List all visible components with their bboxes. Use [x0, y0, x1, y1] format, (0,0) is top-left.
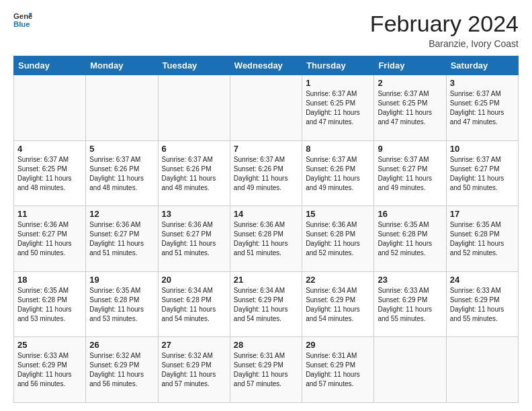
calendar-cell: 1Sunrise: 6:37 AM Sunset: 6:25 PM Daylig… — [302, 75, 374, 141]
calendar-cell: 29Sunrise: 6:31 AM Sunset: 6:29 PM Dayli… — [302, 337, 374, 403]
day-number: 10 — [450, 144, 515, 154]
calendar-cell: 19Sunrise: 6:35 AM Sunset: 6:28 PM Dayli… — [86, 271, 158, 337]
calendar-cell: 21Sunrise: 6:34 AM Sunset: 6:29 PM Dayli… — [230, 271, 302, 337]
calendar-week-row: 18Sunrise: 6:35 AM Sunset: 6:28 PM Dayli… — [14, 271, 519, 337]
calendar-cell — [374, 337, 446, 403]
calendar-header-row: SundayMondayTuesdayWednesdayThursdayFrid… — [14, 56, 519, 75]
day-number: 25 — [17, 340, 82, 350]
day-number: 28 — [234, 340, 298, 350]
day-number: 26 — [89, 340, 154, 350]
calendar-cell: 17Sunrise: 6:35 AM Sunset: 6:28 PM Dayli… — [446, 206, 518, 272]
day-number: 2 — [378, 78, 442, 88]
day-info: Sunrise: 6:37 AM Sunset: 6:26 PM Dayligh… — [162, 155, 226, 193]
day-info: Sunrise: 6:36 AM Sunset: 6:27 PM Dayligh… — [89, 220, 154, 258]
calendar-cell: 11Sunrise: 6:36 AM Sunset: 6:27 PM Dayli… — [14, 206, 86, 272]
day-info: Sunrise: 6:37 AM Sunset: 6:26 PM Dayligh… — [89, 155, 154, 193]
day-number: 16 — [378, 209, 442, 219]
page: General Blue February 2024 Baranzie, Ivo… — [0, 0, 532, 411]
calendar-cell: 14Sunrise: 6:36 AM Sunset: 6:28 PM Dayli… — [230, 206, 302, 272]
day-number: 11 — [17, 209, 82, 219]
day-number: 22 — [306, 275, 370, 285]
day-info: Sunrise: 6:36 AM Sunset: 6:27 PM Dayligh… — [17, 220, 82, 258]
day-info: Sunrise: 6:34 AM Sunset: 6:29 PM Dayligh… — [234, 286, 298, 324]
day-number: 20 — [162, 275, 226, 285]
day-info: Sunrise: 6:37 AM Sunset: 6:25 PM Dayligh… — [450, 89, 515, 127]
day-number: 1 — [306, 78, 370, 88]
day-header-wednesday: Wednesday — [230, 56, 302, 75]
calendar-cell: 16Sunrise: 6:35 AM Sunset: 6:28 PM Dayli… — [374, 206, 446, 272]
day-info: Sunrise: 6:37 AM Sunset: 6:26 PM Dayligh… — [234, 155, 298, 193]
calendar-cell: 15Sunrise: 6:36 AM Sunset: 6:28 PM Dayli… — [302, 206, 374, 272]
day-info: Sunrise: 6:35 AM Sunset: 6:28 PM Dayligh… — [378, 220, 442, 258]
calendar-cell: 4Sunrise: 6:37 AM Sunset: 6:25 PM Daylig… — [14, 140, 86, 206]
day-number: 4 — [17, 144, 82, 154]
calendar-cell — [446, 337, 518, 403]
calendar-cell: 25Sunrise: 6:33 AM Sunset: 6:29 PM Dayli… — [14, 337, 86, 403]
day-number: 18 — [17, 275, 82, 285]
svg-text:Blue: Blue — [13, 20, 30, 28]
day-info: Sunrise: 6:37 AM Sunset: 6:27 PM Dayligh… — [378, 155, 442, 193]
day-header-thursday: Thursday — [302, 56, 374, 75]
day-info: Sunrise: 6:37 AM Sunset: 6:26 PM Dayligh… — [306, 155, 370, 193]
day-info: Sunrise: 6:35 AM Sunset: 6:28 PM Dayligh… — [450, 220, 515, 258]
calendar-cell: 8Sunrise: 6:37 AM Sunset: 6:26 PM Daylig… — [302, 140, 374, 206]
title-block: February 2024 Baranzie, Ivory Coast — [370, 11, 519, 49]
day-number: 27 — [162, 340, 226, 350]
day-info: Sunrise: 6:36 AM Sunset: 6:28 PM Dayligh… — [306, 220, 370, 258]
day-number: 15 — [306, 209, 370, 219]
day-number: 29 — [306, 340, 370, 350]
calendar-week-row: 25Sunrise: 6:33 AM Sunset: 6:29 PM Dayli… — [14, 337, 519, 403]
day-number: 23 — [378, 275, 442, 285]
calendar-cell: 22Sunrise: 6:34 AM Sunset: 6:29 PM Dayli… — [302, 271, 374, 337]
calendar-cell: 13Sunrise: 6:36 AM Sunset: 6:27 PM Dayli… — [158, 206, 230, 272]
day-number: 21 — [234, 275, 298, 285]
day-number: 5 — [89, 144, 154, 154]
day-info: Sunrise: 6:37 AM Sunset: 6:25 PM Dayligh… — [306, 89, 370, 127]
day-info: Sunrise: 6:33 AM Sunset: 6:29 PM Dayligh… — [450, 286, 515, 324]
calendar-cell — [86, 75, 158, 141]
day-number: 9 — [378, 144, 442, 154]
calendar-cell: 6Sunrise: 6:37 AM Sunset: 6:26 PM Daylig… — [158, 140, 230, 206]
day-info: Sunrise: 6:33 AM Sunset: 6:29 PM Dayligh… — [17, 351, 82, 389]
day-info: Sunrise: 6:37 AM Sunset: 6:25 PM Dayligh… — [378, 89, 442, 127]
day-number: 19 — [89, 275, 154, 285]
day-number: 24 — [450, 275, 515, 285]
day-header-friday: Friday — [374, 56, 446, 75]
calendar-cell: 9Sunrise: 6:37 AM Sunset: 6:27 PM Daylig… — [374, 140, 446, 206]
calendar-week-row: 4Sunrise: 6:37 AM Sunset: 6:25 PM Daylig… — [14, 140, 519, 206]
calendar-cell: 2Sunrise: 6:37 AM Sunset: 6:25 PM Daylig… — [374, 75, 446, 141]
calendar-cell: 28Sunrise: 6:31 AM Sunset: 6:29 PM Dayli… — [230, 337, 302, 403]
calendar-week-row: 11Sunrise: 6:36 AM Sunset: 6:27 PM Dayli… — [14, 206, 519, 272]
day-number: 3 — [450, 78, 515, 88]
day-info: Sunrise: 6:31 AM Sunset: 6:29 PM Dayligh… — [306, 351, 370, 389]
day-info: Sunrise: 6:31 AM Sunset: 6:29 PM Dayligh… — [234, 351, 298, 389]
calendar-table: SundayMondayTuesdayWednesdayThursdayFrid… — [13, 56, 519, 403]
calendar-cell — [158, 75, 230, 141]
day-number: 6 — [162, 144, 226, 154]
day-number: 17 — [450, 209, 515, 219]
calendar-subtitle: Baranzie, Ivory Coast — [370, 38, 519, 49]
day-info: Sunrise: 6:35 AM Sunset: 6:28 PM Dayligh… — [89, 286, 154, 324]
day-info: Sunrise: 6:37 AM Sunset: 6:27 PM Dayligh… — [450, 155, 515, 193]
day-number: 12 — [89, 209, 154, 219]
day-info: Sunrise: 6:32 AM Sunset: 6:29 PM Dayligh… — [89, 351, 154, 389]
day-number: 13 — [162, 209, 226, 219]
day-header-saturday: Saturday — [446, 56, 518, 75]
day-info: Sunrise: 6:35 AM Sunset: 6:28 PM Dayligh… — [17, 286, 82, 324]
calendar-cell: 20Sunrise: 6:34 AM Sunset: 6:28 PM Dayli… — [158, 271, 230, 337]
day-info: Sunrise: 6:36 AM Sunset: 6:27 PM Dayligh… — [162, 220, 226, 258]
calendar-cell: 23Sunrise: 6:33 AM Sunset: 6:29 PM Dayli… — [374, 271, 446, 337]
calendar-cell: 7Sunrise: 6:37 AM Sunset: 6:26 PM Daylig… — [230, 140, 302, 206]
calendar-cell: 10Sunrise: 6:37 AM Sunset: 6:27 PM Dayli… — [446, 140, 518, 206]
calendar-cell: 24Sunrise: 6:33 AM Sunset: 6:29 PM Dayli… — [446, 271, 518, 337]
calendar-cell — [14, 75, 86, 141]
day-number: 7 — [234, 144, 298, 154]
calendar-cell: 26Sunrise: 6:32 AM Sunset: 6:29 PM Dayli… — [86, 337, 158, 403]
day-number: 8 — [306, 144, 370, 154]
day-info: Sunrise: 6:32 AM Sunset: 6:29 PM Dayligh… — [162, 351, 226, 389]
day-number: 14 — [234, 209, 298, 219]
header: General Blue February 2024 Baranzie, Ivo… — [13, 11, 519, 49]
day-header-monday: Monday — [86, 56, 158, 75]
calendar-week-row: 1Sunrise: 6:37 AM Sunset: 6:25 PM Daylig… — [14, 75, 519, 141]
calendar-cell: 3Sunrise: 6:37 AM Sunset: 6:25 PM Daylig… — [446, 75, 518, 141]
